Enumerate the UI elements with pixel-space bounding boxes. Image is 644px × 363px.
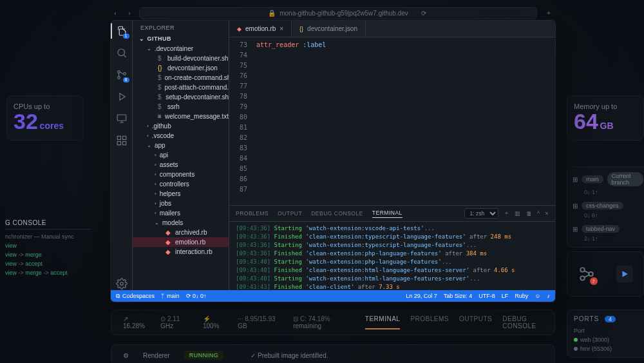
status-item[interactable]: LF	[502, 293, 509, 299]
tree-item[interactable]: $ssrh	[133, 102, 229, 112]
status-item[interactable]: Ruby	[515, 293, 528, 299]
tree-item[interactable]: ›mailers	[133, 208, 229, 218]
port-row[interactable]: hmr (55306)	[574, 346, 642, 352]
file-tree[interactable]: ⌄.devcontainer$build-devcontainer.sh{}de…	[133, 44, 229, 290]
status-item[interactable]: Ln 29, Col 7	[406, 293, 437, 299]
tree-item[interactable]: ◆emotion.rb	[133, 237, 229, 247]
refresh-icon[interactable]: ⟳	[421, 10, 426, 17]
branch-row[interactable]: ⊞ css-changes	[573, 202, 643, 210]
line-number: 75	[229, 61, 247, 71]
line-number: 86	[229, 174, 247, 184]
metrics-tab[interactable]: OUTPUTS	[459, 315, 492, 329]
tree-item[interactable]: ≡welcome_message.txt	[133, 112, 229, 121]
back-button[interactable]: ‹	[111, 10, 120, 17]
lock-icon: 🔒	[268, 10, 276, 17]
tree-item[interactable]: ›assets	[133, 160, 229, 170]
scm-badge: 8	[123, 77, 129, 83]
sync-status[interactable]: ⟳ 0↓ 0↑	[186, 293, 207, 299]
tree-label: on-create-command.sh	[165, 74, 229, 81]
close-panel-icon[interactable]: ×	[545, 210, 549, 217]
metrics-tab[interactable]: PROBLEMS	[410, 315, 449, 329]
new-tab-button[interactable]: ＋	[542, 8, 555, 17]
metrics-tab[interactable]: DEBUG CONSOLE	[502, 315, 543, 329]
file-icon: $	[158, 74, 162, 81]
sidebar-section[interactable]: ⌄ GITHUB	[133, 34, 229, 44]
explorer-icon[interactable]: 1	[115, 25, 128, 37]
status-item[interactable]: Tab Size: 4	[444, 293, 473, 299]
tree-item[interactable]: $on-create-command.sh	[133, 73, 229, 83]
tree-item[interactable]: ⌄models	[133, 218, 229, 228]
branch-icon: ⊞	[573, 226, 578, 233]
panel-tab[interactable]: PROBLEMS	[236, 210, 269, 217]
source-control-icon[interactable]: 8	[115, 68, 128, 81]
tree-item[interactable]: ›jobs	[133, 199, 229, 208]
branch-row[interactable]: ⊞ tabbed-nav	[573, 225, 643, 233]
tree-item[interactable]: ›helpers	[133, 189, 229, 199]
tree-item[interactable]: ›components	[133, 170, 229, 179]
tree-item[interactable]: ›.github	[133, 121, 229, 131]
tree-label: welcome_message.txt	[165, 113, 229, 120]
bottom-panel: PROBLEMSOUTPUTDEBUG CONSOLETERMINAL1: zs…	[229, 205, 555, 290]
maximize-panel-icon[interactable]: ^	[537, 210, 540, 217]
tree-item[interactable]: ⌄.devcontainer	[133, 44, 229, 54]
editor-tab[interactable]: {} devcontainer.json	[292, 21, 366, 37]
tree-item[interactable]: ›api	[133, 150, 229, 160]
port-row[interactable]: web (3000)	[574, 337, 642, 343]
split-terminal-icon[interactable]: ▥	[515, 210, 521, 217]
branch-indicator[interactable]: ᛘ main	[161, 293, 180, 299]
cpu-unit: cores	[40, 121, 64, 131]
status-item[interactable]: UTF-8	[478, 293, 495, 299]
tree-item[interactable]: ›controllers	[133, 179, 229, 189]
forward-button[interactable]: ›	[125, 10, 134, 17]
extensions-icon[interactable]	[115, 134, 128, 147]
codespaces-button[interactable]: ⧉ Codespaces	[116, 293, 155, 300]
tree-label: components	[160, 171, 194, 178]
charge: ⚡ 100%	[203, 315, 226, 329]
tree-label: devcontainer.json	[167, 64, 218, 72]
metrics-tab[interactable]: TERMINAL	[365, 315, 401, 329]
line-number: 84	[229, 153, 247, 164]
svg-point-12	[120, 282, 123, 286]
editor-tab[interactable]: ◆ emotion.rb×	[229, 21, 292, 37]
file-icon: ◆	[166, 229, 172, 236]
code-line[interactable]: attr_reader :label	[256, 40, 555, 50]
panel-tab[interactable]: OUTPUT	[278, 210, 302, 217]
code-editor[interactable]: 737475767778798081828384858687 attr_read…	[229, 37, 555, 205]
search-icon[interactable]	[115, 46, 128, 59]
tree-item[interactable]: $post-attach-command.sh	[133, 83, 229, 92]
tree-item[interactable]: ›.vscode	[133, 131, 229, 141]
branch-icon: ⊞	[573, 176, 578, 183]
tree-item[interactable]: $setup-devcontainer.sh	[133, 92, 229, 102]
tree-item[interactable]: ◆archived.rb	[133, 228, 229, 237]
tree-item[interactable]: ⌄app	[133, 141, 229, 150]
url-text: mona-github-github-g59jpq2w5w7.github.de…	[279, 10, 408, 17]
status-item[interactable]: ♪	[547, 293, 551, 299]
editor-tabs: ◆ emotion.rb×{} devcontainer.json	[229, 21, 555, 37]
renderer-state: RUNNING	[184, 351, 224, 360]
panel-tab[interactable]: TERMINAL	[372, 210, 402, 218]
panel-tab[interactable]: DEBUG CONSOLE	[311, 210, 363, 217]
shell-selector[interactable]: 1: zsh	[464, 208, 498, 219]
kill-terminal-icon[interactable]: 🗑	[526, 210, 533, 217]
line-number: 78	[229, 92, 247, 102]
svg-rect-11	[122, 142, 126, 145]
status-item[interactable]: ☺	[535, 293, 540, 299]
file-icon: $	[158, 84, 162, 91]
renderer-bar: ⚙ Renderer RUNNING ✓ Prebuilt image iden…	[111, 344, 555, 363]
sync-row: view -> merge -> accept	[5, 268, 91, 277]
close-icon[interactable]: ×	[279, 25, 283, 32]
settings-gear-icon[interactable]	[115, 277, 128, 290]
tree-item[interactable]: ◆interaction.rb	[133, 247, 229, 257]
play-button[interactable]	[616, 266, 633, 282]
tree-item[interactable]: $build-devcontainer.sh	[133, 54, 229, 63]
disk-usage: ⊟ C: 74.18% remaining	[293, 315, 354, 329]
remote-explorer-icon[interactable]	[115, 112, 128, 125]
terminal-line: [09:43:43] Finished 'clean-client' after…	[236, 283, 549, 290]
tree-item[interactable]: {}devcontainer.json	[133, 63, 229, 73]
new-terminal-icon[interactable]: ＋	[504, 210, 510, 217]
branches-card: ⊞ main Current branch0↓ 1↑⊞ css-changes …	[567, 166, 644, 248]
address-bar[interactable]: 🔒 mona-github-github-g59jpq2w5w7.github.…	[139, 7, 537, 19]
branch-row[interactable]: ⊞ main Current branch	[573, 172, 643, 186]
terminal-output[interactable]: [09:43:36] Starting 'watch-extension:vsc…	[229, 222, 555, 290]
run-debug-icon[interactable]	[115, 90, 128, 103]
